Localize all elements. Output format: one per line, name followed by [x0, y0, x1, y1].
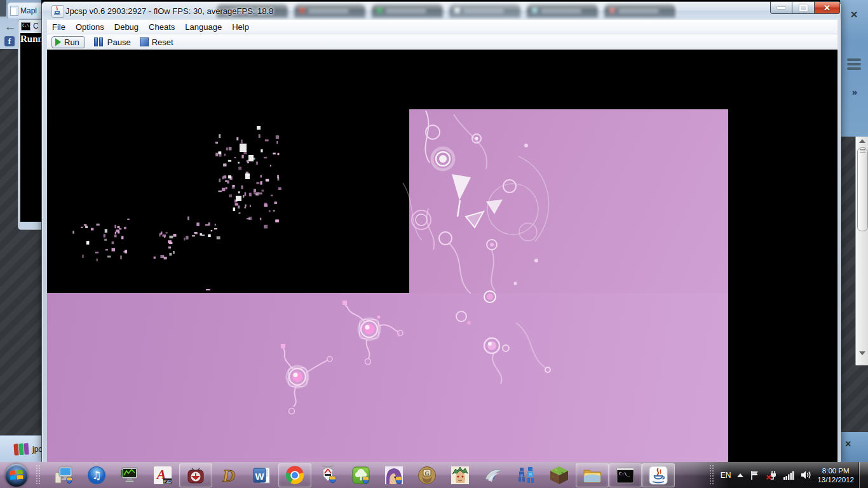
language-indicator[interactable]: EN	[721, 471, 731, 480]
taskbar-icon-g-face[interactable]: G	[410, 463, 444, 487]
svg-text:D: D	[222, 466, 235, 485]
start-button[interactable]	[5, 464, 28, 487]
taskbar-icon-cmd[interactable]: C:\_	[609, 463, 642, 487]
show-desktop-button[interactable]	[859, 462, 868, 488]
java-app-icon	[51, 5, 64, 18]
action-center-flag-icon[interactable]	[750, 470, 759, 480]
close-button[interactable]: ✕	[814, 2, 840, 14]
taskbar-icon-gold-d[interactable]: D	[212, 463, 245, 487]
jpcsp-window: Jpcsp v0.6 2903:2927 - flOw FPS: 30, ave…	[41, 1, 841, 463]
clock-date: 13/12/2012	[817, 475, 854, 484]
taskbar-icon-setup[interactable]	[47, 463, 80, 487]
windows-flag-icon	[10, 469, 24, 482]
svg-text:C:\_: C:\_	[619, 471, 630, 477]
svg-text:P3D: P3D	[163, 479, 172, 484]
console-body: Runn	[20, 33, 41, 222]
taskbar-icon-fighter[interactable]	[444, 463, 477, 487]
run-button[interactable]: Run	[51, 36, 85, 48]
clock-time: 8:00 PM	[817, 466, 854, 475]
system-tray: EN 8:00 PM 13/12/	[709, 462, 868, 488]
chevron-up-icon	[737, 473, 743, 477]
taskbar-icon-purple-character[interactable]	[377, 463, 410, 487]
toolbar: Run Pause Reset	[47, 34, 837, 50]
scrollbar-thumb[interactable]	[857, 147, 868, 231]
background-right-browser: × » ×	[840, 0, 868, 462]
taskbar-grip[interactable]	[36, 464, 41, 485]
taskbar-icon-java-jpcsp[interactable]	[642, 463, 675, 487]
taskbar-grip[interactable]	[709, 464, 715, 485]
taskbar-icon-word[interactable]: W	[245, 463, 278, 487]
taskbar-icon-autocad-p3d[interactable]: A P3D	[146, 463, 179, 487]
console-output-text: Runn	[20, 34, 41, 44]
cmd-prompt-icon: C:\.	[21, 22, 31, 30]
close-icon[interactable]: ×	[845, 438, 851, 449]
window-title: Jpcsp v0.6 2903:2927 - flOw FPS: 30, ave…	[65, 2, 273, 20]
taskbar-icon-tree-app[interactable]	[344, 463, 377, 487]
svg-text:♫: ♫	[92, 469, 101, 482]
network-signal-icon[interactable]	[783, 470, 794, 480]
pause-button[interactable]: Pause	[94, 37, 131, 47]
menu-item-options[interactable]: Options	[71, 20, 109, 34]
menu-item-debug[interactable]: Debug	[109, 20, 144, 34]
maximize-button[interactable]	[792, 2, 814, 14]
menu-item-language[interactable]: Language	[180, 20, 227, 34]
game-display-flow[interactable]	[47, 50, 837, 463]
svg-text:G: G	[424, 470, 429, 477]
scrollbar-up-icon[interactable]	[859, 139, 865, 143]
winrar-title-text: jpcsp	[32, 445, 41, 454]
browser-tab-label: Mapl	[20, 6, 37, 15]
scrollbar-track[interactable]	[855, 137, 868, 365]
pause-icon	[94, 37, 104, 46]
tray-expand-button[interactable]	[737, 473, 743, 477]
background-left-windows: Mapl ← f C:\. C Runn jpcsp	[0, 0, 41, 462]
volume-icon[interactable]	[801, 470, 811, 480]
winrar-books-icon	[13, 443, 29, 456]
taskbar-icon-wing-emblem[interactable]	[477, 463, 510, 487]
console-titlebar: C:\. C	[18, 20, 41, 32]
menu-item-help[interactable]: Help	[227, 20, 254, 34]
right-browser-chrome: × »	[840, 0, 868, 137]
taskbar-icon-pixel-characters[interactable]	[510, 463, 543, 487]
browser-back-button[interactable]: ←	[3, 20, 17, 34]
overflow-chevron-icon[interactable]: »	[840, 86, 868, 97]
hamburger-menu-icon[interactable]	[840, 58, 868, 70]
console-title-text: C	[33, 22, 39, 30]
page-icon	[10, 6, 18, 16]
svg-text:W: W	[255, 471, 264, 482]
menu-item-file[interactable]: File	[47, 20, 71, 34]
taskbar-icon-gundam[interactable]	[311, 463, 344, 487]
minimize-button[interactable]	[770, 2, 792, 14]
close-icon[interactable]: ×	[840, 8, 868, 22]
taskbar-icon-explorer[interactable]	[576, 463, 609, 487]
taskbar-icon-youtube-downloader[interactable]	[179, 463, 212, 487]
browser-tab-maple[interactable]: Mapl	[7, 2, 41, 18]
taskbar-icon-chrome[interactable]	[278, 463, 311, 487]
left-browser-corner	[0, 0, 6, 17]
taskbar-icon-itunes[interactable]: ♫	[80, 463, 113, 487]
reset-icon	[140, 37, 149, 46]
taskbar: ♫ A P3D	[0, 462, 868, 488]
game-creatures	[47, 50, 837, 463]
facebook-icon[interactable]: f	[4, 36, 15, 46]
taskbar-icon-perfmon[interactable]	[113, 463, 146, 487]
device-plug-error-icon[interactable]	[766, 470, 777, 480]
right-browser-bottom-bar: ×	[840, 432, 868, 462]
taskbar-clock[interactable]: 8:00 PM 13/12/2012	[817, 466, 854, 484]
winrar-window[interactable]: jpcsp	[0, 435, 41, 462]
menu-bar: FileOptionsDebugCheatsLanguageHelp	[47, 20, 837, 34]
scrollbar-down-icon[interactable]	[859, 351, 865, 355]
reset-button[interactable]: Reset	[140, 37, 173, 47]
jpcsp-titlebar[interactable]: Jpcsp v0.6 2903:2927 - flOw FPS: 30, ave…	[42, 2, 841, 20]
taskbar-icon-minecraft[interactable]	[543, 463, 576, 487]
play-icon	[55, 38, 61, 46]
console-window[interactable]: C:\. C Runn	[18, 19, 41, 230]
menu-item-cheats[interactable]: Cheats	[144, 20, 180, 34]
